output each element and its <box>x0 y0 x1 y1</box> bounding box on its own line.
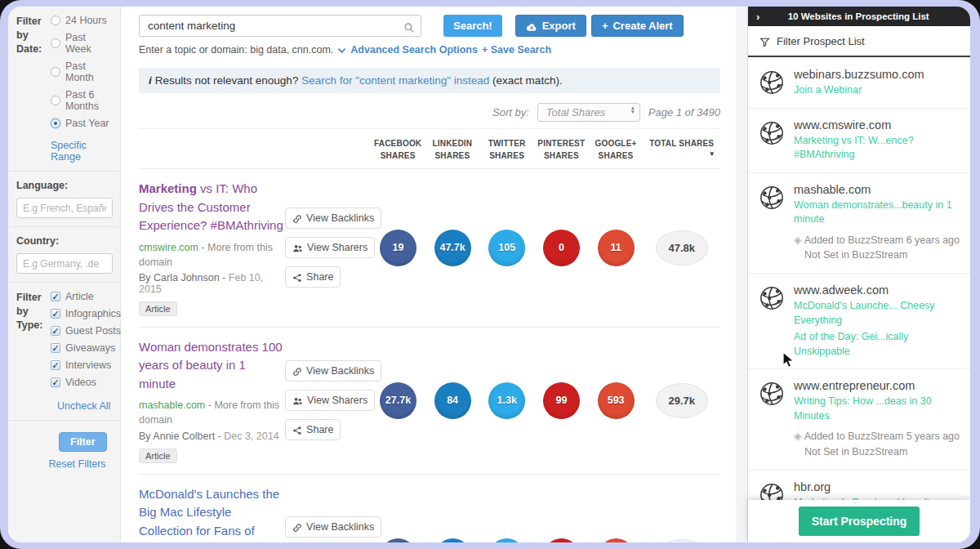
prospect-domain[interactable]: www.cmswire.com <box>794 118 960 132</box>
checkbox-icon[interactable]: ✓ <box>51 377 60 387</box>
result-domain-link[interactable]: mashable.com <box>139 399 205 411</box>
start-prospecting-button[interactable]: Start Prospecting <box>799 507 920 536</box>
prospect-article-link[interactable]: McDonald's Launche... Cheesy Everything <box>794 299 960 328</box>
googleplus-shares-cell: 44 <box>589 538 644 542</box>
specific-range-link[interactable]: Specific Range <box>51 140 114 163</box>
language-input[interactable] <box>16 198 113 218</box>
share-icon <box>292 424 302 435</box>
radio-past-year[interactable]: Past Year <box>51 118 114 129</box>
reset-filters-link[interactable]: Reset Filters <box>41 458 114 470</box>
results-main: Search! Export + Create Alert Enter a to… <box>121 7 747 542</box>
checkbox-infographics[interactable]: ✓ Infographics <box>51 308 121 319</box>
view-backlinks-button[interactable]: View Backlinks <box>285 360 381 382</box>
checkbox-article[interactable]: ✓ Article <box>51 291 121 302</box>
twitter-shares-value: 1.0k <box>488 538 525 542</box>
prospect-article-link[interactable]: Writing Tips: How ...deas in 30 Minutes <box>794 395 960 423</box>
checkbox-label: Infographics <box>65 308 121 319</box>
radio-icon[interactable] <box>51 38 60 48</box>
prospect-item[interactable]: webinars.buzzsumo.com Join a Webinar <box>748 58 970 109</box>
users-icon <box>292 242 303 253</box>
radio-icon-selected[interactable] <box>51 118 60 128</box>
linkedin-shares-cell: 84 <box>425 382 480 419</box>
prospect-article-link[interactable]: Ad of the Day: Gei...ically Unskippable <box>794 330 960 359</box>
view-backlinks-button[interactable]: View Backlinks <box>285 516 381 538</box>
prospect-item[interactable]: www.entrepreneur.com Writing Tips: How .… <box>748 369 970 471</box>
page-indicator: Page 1 of 3490 <box>648 106 720 118</box>
collapse-panel-icon[interactable]: › <box>748 11 768 23</box>
filter-button[interactable]: Filter <box>59 432 107 452</box>
search-icon <box>403 20 415 34</box>
column-spacer <box>139 137 371 162</box>
twitter-shares-value: 105 <box>488 230 525 266</box>
prospect-article-link[interactable]: Join a Webinar <box>794 83 960 98</box>
save-search-link[interactable]: + Save Search <box>482 44 551 56</box>
prospect-article-link[interactable]: Woman demonstrates...beauty in 1 minute <box>794 199 960 227</box>
filter-prospect-list[interactable]: Filter Prospect List <box>748 26 970 57</box>
checkbox-guest-posts[interactable]: ✓ Guest Posts <box>51 325 121 337</box>
checkbox-label: Article <box>65 291 94 302</box>
checkbox-icon[interactable]: ✓ <box>51 360 60 370</box>
sort-descending-icon: ▼ <box>643 150 720 159</box>
create-alert-button[interactable]: + Create Alert <box>591 15 684 37</box>
sort-bar: Sort by: Total Shares ▲▼ Page 1 of 3490 <box>139 96 720 129</box>
sort-select[interactable]: Total Shares ▲▼ <box>537 103 640 122</box>
total-shares-value: 22.6k <box>656 539 708 542</box>
facebook-shares-cell: 21.1k <box>371 538 425 542</box>
share-button[interactable]: Share <box>285 266 341 288</box>
advanced-search-options-link[interactable]: Advanced Search Options <box>350 44 478 56</box>
result-author: By Annie Colbert - <box>139 431 221 442</box>
export-button[interactable]: Export <box>515 15 586 37</box>
prospect-domain[interactable]: mashable.com <box>794 183 960 196</box>
twitter-shares-cell: 1.3k <box>479 382 534 419</box>
prospect-domain[interactable]: www.entrepreneur.com <box>794 379 960 392</box>
prospect-domain[interactable]: www.adweek.com <box>794 283 960 297</box>
checkbox-icon[interactable]: ✓ <box>51 343 60 353</box>
checkbox-videos[interactable]: ✓ Videos <box>51 377 121 388</box>
diamond-icon: ◈ <box>794 234 802 246</box>
prospect-item[interactable]: mashable.com Woman demonstrates...beauty… <box>748 173 970 274</box>
funnel-icon <box>760 35 770 47</box>
radio-icon[interactable] <box>51 96 60 105</box>
radio-icon[interactable] <box>51 16 60 25</box>
search-button[interactable]: Search! <box>443 15 502 37</box>
view-backlinks-button[interactable]: View Backlinks <box>285 208 381 229</box>
title-rest: Woman demonstrates 100 years of beauty i… <box>139 340 283 391</box>
radio-label: Past Month <box>65 60 114 83</box>
globe-icon <box>758 119 786 163</box>
prospect-item[interactable]: www.adweek.com McDonald's Launche... Che… <box>748 274 970 369</box>
exact-match-search-link[interactable]: Search for "content marketing" instead <box>301 74 489 87</box>
uncheck-all-link[interactable]: Uncheck All <box>57 400 110 412</box>
prospect-domain[interactable]: webinars.buzzsumo.com <box>794 68 960 81</box>
filter-by-type-section: Filter by Type: ✓ Article ✓ Infographics… <box>8 283 120 421</box>
radio-icon[interactable] <box>51 67 60 77</box>
prospect-domain[interactable]: hbr.org <box>794 480 960 493</box>
result-title-link[interactable]: McDonald's Launches the Big Mac Lifestyl… <box>139 485 285 543</box>
country-input[interactable] <box>16 253 113 274</box>
search-input[interactable] <box>139 15 421 37</box>
radio-24-hours[interactable]: 24 Hours <box>51 15 114 26</box>
column-pinterest-shares: Pinterest Shares <box>534 137 589 162</box>
share-button[interactable]: Share <box>285 419 341 440</box>
checkbox-icon[interactable]: ✓ <box>51 326 60 336</box>
result-title-link[interactable]: Woman demonstrates 100 years of beauty i… <box>139 338 285 394</box>
facebook-shares-cell: 19 <box>371 230 425 266</box>
column-total-shares[interactable]: Total Shares ▼ <box>643 137 720 162</box>
facebook-shares-cell: 27.7k <box>371 382 425 419</box>
checkbox-interviews[interactable]: ✓ Interviews <box>51 359 121 371</box>
radio-past-week[interactable]: Past Week <box>51 32 114 55</box>
view-sharers-button[interactable]: View Sharers <box>285 390 375 411</box>
search-helper-row: Enter a topic or domain: big data, cnn.c… <box>139 44 747 56</box>
prospect-item[interactable]: www.cmswire.com Marketing vs IT: W...enc… <box>748 109 970 173</box>
checkbox-icon[interactable]: ✓ <box>51 292 60 301</box>
content-type-badge: Article <box>139 449 177 463</box>
view-sharers-button[interactable]: View Sharers <box>285 237 375 258</box>
radio-past-6-months[interactable]: Past 6 Months <box>51 89 114 112</box>
result-title-link[interactable]: Marketing vs IT: Who Drives the Customer… <box>139 180 285 235</box>
checkbox-icon[interactable]: ✓ <box>51 309 60 319</box>
radio-past-month[interactable]: Past Month <box>51 60 114 83</box>
prospecting-header: › 10 Websites in Prospecting List <box>748 7 970 26</box>
prospect-article-link[interactable]: Marketing vs IT: W...ence? #BMAthriving <box>794 134 960 163</box>
checkbox-giveaways[interactable]: ✓ Giveaways <box>51 342 121 354</box>
linkedin-shares-value: 239 <box>434 538 471 542</box>
result-domain-link[interactable]: cmswire.com <box>139 242 198 253</box>
